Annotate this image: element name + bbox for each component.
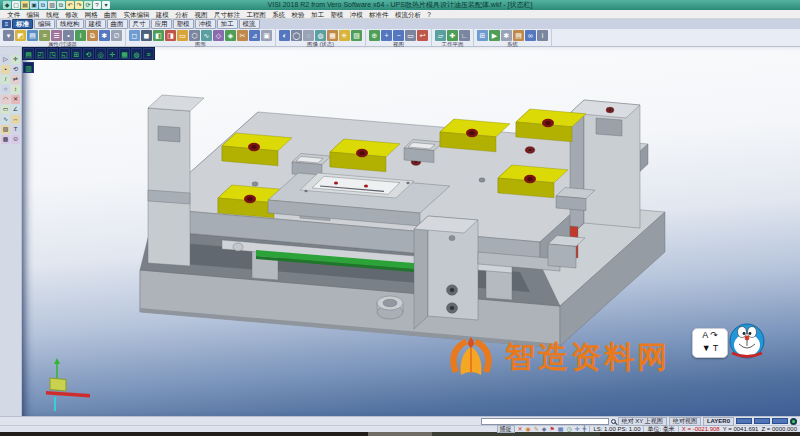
- new-file-icon[interactable]: ▢: [12, 1, 20, 9]
- ribbon-tab[interactable]: 曲面: [107, 19, 128, 29]
- ribbon-tab[interactable]: 线框构: [56, 19, 84, 29]
- ribbon-tab[interactable]: 模流: [239, 19, 260, 29]
- copy-icon[interactable]: ⧉: [57, 1, 65, 9]
- view-cube-icon[interactable]: ▤: [23, 48, 34, 59]
- select-icon[interactable]: ▷: [1, 55, 10, 64]
- attribute-copy-icon[interactable]: ⧉: [87, 30, 98, 41]
- crosshair-icon[interactable]: ✛: [575, 426, 580, 433]
- menu-item[interactable]: 曲面: [101, 10, 120, 18]
- previous-view-icon[interactable]: ↩: [417, 30, 428, 41]
- rect-icon[interactable]: ▭: [1, 105, 10, 114]
- layers-view-icon[interactable]: ▥: [23, 62, 34, 73]
- ribbon-tab[interactable]: 建模: [85, 19, 106, 29]
- zoom-in-icon[interactable]: +: [381, 30, 392, 41]
- filter-off-icon[interactable]: ∅: [111, 30, 122, 41]
- mirror-icon[interactable]: ⇄: [11, 75, 20, 84]
- measure-icon[interactable]: ∠: [11, 105, 20, 114]
- draw-polygon-icon[interactable]: ⬡: [189, 30, 200, 41]
- point-icon[interactable]: •: [1, 65, 10, 74]
- snap-point-icon[interactable]: ◉: [526, 426, 531, 433]
- save-icon[interactable]: ▣: [30, 1, 38, 9]
- menu-item[interactable]: 模流分析: [392, 10, 424, 18]
- draw-arc-icon[interactable]: ◧: [153, 30, 164, 41]
- menu-item[interactable]: 修改: [62, 10, 81, 18]
- rotate-view-icon[interactable]: ⟲: [83, 48, 94, 59]
- delete-icon[interactable]: ✕: [11, 95, 20, 104]
- workplane-align-icon[interactable]: ∟: [459, 30, 470, 41]
- settings-icon[interactable]: ✱: [501, 30, 512, 41]
- offset-icon[interactable]: ◈: [225, 30, 236, 41]
- save-all-icon[interactable]: ⧉: [39, 1, 47, 9]
- shading-icon[interactable]: ◐: [279, 30, 290, 41]
- menu-item[interactable]: 建模: [153, 10, 172, 18]
- snap-flag-icon[interactable]: ⚑: [549, 426, 554, 433]
- texture-icon[interactable]: ▦: [327, 30, 338, 41]
- layer-filter-icon[interactable]: ▤: [27, 30, 38, 41]
- menu-item[interactable]: 尺寸标注: [211, 10, 243, 18]
- refresh-icon[interactable]: ⟳: [84, 1, 92, 9]
- grid-view-icon[interactable]: ⊞: [71, 48, 82, 59]
- open-folder-icon[interactable]: ▤: [21, 1, 29, 9]
- annotation-widget[interactable]: A ↷ ▼ T: [692, 328, 728, 358]
- axis-lock-icon[interactable]: ╋: [583, 426, 587, 433]
- menu-item[interactable]: 实体编辑: [120, 10, 152, 18]
- ribbon-tab[interactable]: 塑模: [173, 19, 194, 29]
- snap-mid-icon[interactable]: ◆: [542, 426, 547, 433]
- trim-icon[interactable]: ✂: [237, 30, 248, 41]
- draw-line-icon[interactable]: ◼: [141, 30, 152, 41]
- draw-point-icon[interactable]: ◻: [129, 30, 140, 41]
- wireframe-view-icon[interactable]: ▦: [119, 48, 130, 59]
- snap-toggle-button[interactable]: 捕捉: [497, 425, 515, 433]
- cad-viewport[interactable]: ▤◰◳◱⊞⟲◎✛▦◍≡ ▥: [22, 47, 800, 416]
- ribbon-tab[interactable]: 冲模: [195, 19, 216, 29]
- rotate-icon[interactable]: ⟲: [11, 65, 20, 74]
- menu-item[interactable]: 冲模: [347, 10, 366, 18]
- menu-item[interactable]: 工程图: [243, 10, 269, 18]
- workplane-xy-icon[interactable]: ▱: [435, 30, 446, 41]
- ribbon-tab[interactable]: 应用: [151, 19, 172, 29]
- draw-circle-icon[interactable]: ◨: [165, 30, 176, 41]
- light-icon[interactable]: ✳: [339, 30, 350, 41]
- zoom-window-icon[interactable]: ▭: [405, 30, 416, 41]
- os-taskbar[interactable]: [0, 432, 800, 436]
- chamfer-icon[interactable]: ⊿: [249, 30, 260, 41]
- view-list-icon[interactable]: ≡: [143, 48, 154, 59]
- filter-all-icon[interactable]: ✱: [99, 30, 110, 41]
- ribbon-tab[interactable]: 标准: [12, 19, 33, 29]
- wireframe-icon[interactable]: ◯: [291, 30, 302, 41]
- help-icon[interactable]: ?: [93, 1, 101, 9]
- ribbon-tab[interactable]: 尺寸: [129, 19, 150, 29]
- entity-info-icon[interactable]: i: [75, 30, 86, 41]
- pan-view-icon[interactable]: ✛: [107, 48, 118, 59]
- draw-ellipse-icon[interactable]: ◇: [213, 30, 224, 41]
- menu-item[interactable]: 线框: [43, 10, 62, 18]
- circle-icon[interactable]: ○: [1, 85, 10, 94]
- macro-icon[interactable]: ▶: [489, 30, 500, 41]
- select-filter-icon[interactable]: ▾: [3, 30, 14, 41]
- solid-icon[interactable]: ▩: [1, 135, 10, 144]
- scale-icon[interactable]: ↕: [11, 85, 20, 94]
- workbench-icon[interactable]: ≡: [2, 20, 11, 28]
- arc-icon[interactable]: ◠: [1, 95, 10, 104]
- draw-spline-icon[interactable]: ∿: [201, 30, 212, 41]
- hidden-line-icon[interactable]: ◌: [303, 30, 314, 41]
- zoom-out-icon[interactable]: −: [393, 30, 404, 41]
- render-mode-icon[interactable]: ◍: [131, 48, 142, 59]
- menu-item[interactable]: 校验: [288, 10, 307, 18]
- calculator-icon[interactable]: ⊞: [477, 30, 488, 41]
- background-icon[interactable]: ▨: [351, 30, 362, 41]
- line-width-icon[interactable]: ☰: [51, 30, 62, 41]
- snap-icon[interactable]: ⊙: [11, 135, 20, 144]
- menu-item[interactable]: 分析: [172, 10, 191, 18]
- snap-grid-icon[interactable]: ▦: [558, 426, 564, 433]
- top-view-icon[interactable]: ◱: [59, 48, 70, 59]
- app-logo-icon[interactable]: ◆: [3, 1, 11, 9]
- menu-item[interactable]: 网格: [82, 10, 101, 18]
- link-icon[interactable]: ∞: [525, 30, 536, 41]
- transparency-icon[interactable]: ◍: [315, 30, 326, 41]
- zoom-fit-icon[interactable]: ⊕: [369, 30, 380, 41]
- timer-icon[interactable]: ◷: [567, 426, 572, 433]
- snap-clear-icon[interactable]: ✕: [518, 426, 523, 433]
- undo-icon[interactable]: ↶: [66, 1, 74, 9]
- menu-item[interactable]: 标准件: [366, 10, 392, 18]
